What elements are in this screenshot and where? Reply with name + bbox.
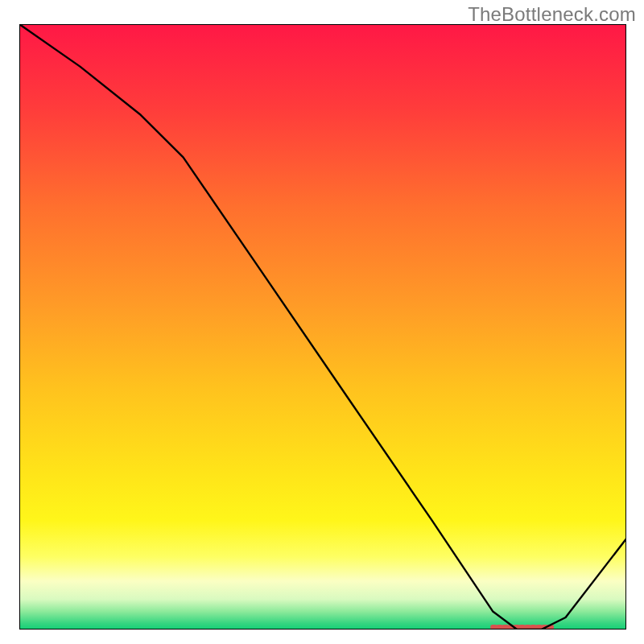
plot-area	[19, 24, 626, 630]
gradient-background	[19, 24, 626, 630]
chart-svg	[19, 24, 626, 630]
watermark-text: TheBottleneck.com	[468, 3, 636, 26]
chart-container: TheBottleneck.com	[0, 0, 644, 644]
